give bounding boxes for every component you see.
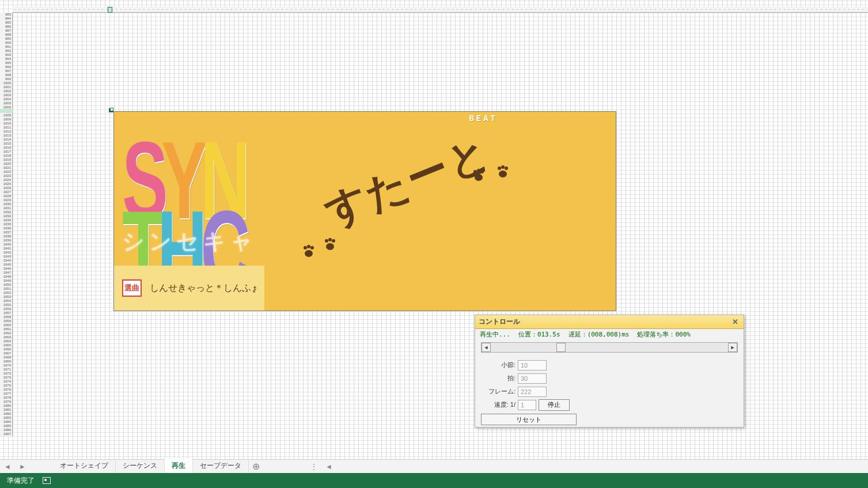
beat-label: BEAT [469, 114, 498, 123]
dialog-title-bar[interactable]: コントロール ✕ [475, 315, 744, 329]
sheet-tab[interactable]: 再生 [165, 459, 193, 474]
column-selection-marker [108, 7, 112, 13]
paw-icon [301, 244, 316, 258]
paw-icon [471, 168, 486, 182]
control-dialog: コントロール ✕ 再生中... 位置：013.5s 遅延：(008,008)ms… [475, 315, 744, 428]
svg-point-5 [328, 238, 332, 241]
beat-label: 拍: [482, 374, 516, 383]
svg-point-8 [473, 170, 477, 173]
svg-point-10 [480, 170, 484, 173]
frame-label: フレーム: [482, 387, 516, 396]
seek-right-button[interactable]: ► [728, 343, 737, 352]
dialog-title: コントロール [479, 317, 520, 327]
song-title: しんせきゃっと＊しんふぉに [150, 282, 256, 294]
song-bar: 選曲 しんせきゃっと＊しんふぉに [114, 266, 264, 311]
stop-button[interactable]: 停止 [539, 399, 570, 411]
svg-point-6 [332, 239, 335, 243]
hscroll-left[interactable]: ◄ [324, 461, 334, 472]
close-button[interactable]: ✕ [730, 317, 740, 327]
sheet-tab[interactable]: シーケンス [116, 459, 165, 474]
macro-record-icon[interactable] [43, 477, 51, 484]
speed-label: 速度: 1/ [482, 400, 516, 409]
svg-point-12 [498, 167, 501, 170]
synthc-logo: SYNTHC [122, 124, 266, 240]
playback-status: 再生中... 位置：013.5s 遅延：(008,008)ms 処理落ち率：00… [475, 329, 744, 340]
seek-left-button[interactable]: ◄ [482, 343, 491, 352]
tab-nav-prev[interactable]: ◄ [2, 461, 13, 472]
paw-icon [495, 165, 510, 179]
spreadsheet-grid[interactable]: ········································… [0, 0, 868, 459]
svg-point-3 [305, 250, 313, 257]
speed-input[interactable] [518, 400, 536, 410]
status-bar: 準備完了 [0, 473, 868, 488]
row-headers: 9839849859869879889899909919929939949959… [0, 13, 13, 436]
svg-point-4 [325, 239, 328, 243]
svg-point-9 [477, 169, 480, 172]
status-playing: 再生中... [480, 330, 510, 339]
seek-scrollbar[interactable]: ◄ ► [481, 342, 738, 353]
svg-point-14 [505, 167, 508, 170]
status-ready: 準備完了 [7, 476, 35, 486]
beat-input[interactable] [518, 373, 547, 384]
bar-input[interactable] [518, 360, 547, 370]
reset-button[interactable]: リセット [481, 414, 577, 425]
row-selection-marker [0, 109, 13, 113]
frame-input[interactable] [518, 387, 547, 397]
game-canvas: BEAT SYNTHC シンセキャ すたーと 選曲 しんせきゃっと＊しんふぉに [113, 111, 616, 311]
column-headers: ········································… [13, 7, 868, 13]
svg-point-13 [501, 165, 505, 169]
tab-nav-next[interactable]: ► [17, 461, 28, 472]
seek-thumb[interactable] [556, 343, 566, 352]
svg-point-1 [307, 245, 310, 248]
song-select-button[interactable]: 選曲 [122, 279, 142, 297]
svg-point-7 [326, 243, 334, 250]
logo-subtitle: シンセキャ [122, 227, 257, 256]
sheet-tab-strip: ◄ ► オートシェイプシーケンス再生セーブデータ ⊕ ⋮ ◄ [0, 459, 868, 473]
svg-point-15 [499, 171, 507, 177]
sheet-tab[interactable]: オートシェイプ [53, 459, 116, 474]
svg-point-2 [310, 246, 314, 249]
tab-divider-handle[interactable]: ⋮ [309, 461, 319, 472]
sheet-tab[interactable]: セーブデータ [193, 459, 249, 474]
paw-icon [323, 237, 338, 251]
bar-label: 小節: [482, 361, 516, 369]
svg-point-11 [475, 174, 483, 181]
svg-point-0 [304, 246, 307, 249]
add-sheet-button[interactable]: ⊕ [249, 461, 263, 472]
